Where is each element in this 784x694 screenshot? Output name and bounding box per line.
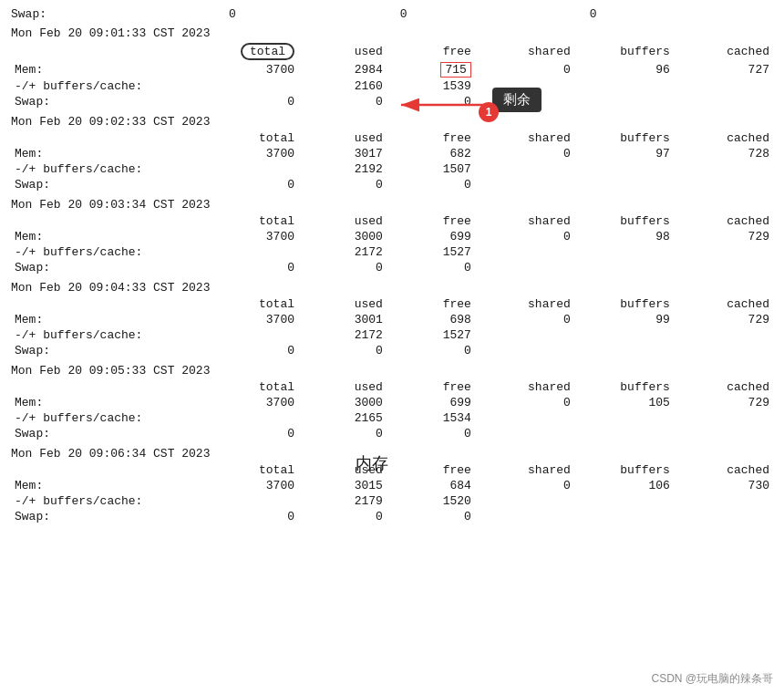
bufcache-used-5: 2165 [298, 410, 387, 426]
mem-free-3: 699 [387, 229, 475, 244]
header-free-6: free [387, 462, 475, 478]
header-shared-5: shared [475, 379, 574, 395]
header-buffers-4: buffers [574, 296, 674, 312]
header-buffers-2: buffers [574, 130, 674, 146]
mem-total-6: 3700 [188, 478, 298, 493]
header-total-6: total [188, 462, 298, 478]
header-cached-1: cached [674, 42, 773, 61]
mem-used-5: 3000 [298, 395, 387, 410]
swap-used-2: 0 [298, 177, 387, 192]
swap-total-4: 0 [188, 343, 298, 358]
bufcache-label-2: -/+ buffers/cache: [11, 161, 188, 177]
bufcache-used-1: 2160 [298, 78, 387, 94]
swap-row-6: Swap: 0 0 0 [11, 509, 773, 524]
mem-cached-6: 730 [674, 478, 773, 493]
table-5: total used free shared buffers cached Me… [11, 379, 773, 441]
swap-free-4: 0 [387, 343, 475, 358]
mem-row-3: Mem: 3700 3000 699 0 98 729 [11, 229, 773, 244]
swap-row-5: Swap: 0 0 0 [11, 426, 773, 441]
header-free-3: free [387, 213, 475, 229]
mem-free-1: 715 [387, 61, 475, 78]
swap-total-5: 0 [188, 426, 298, 441]
header-buffers-6: buffers [574, 462, 674, 478]
mem-cached-5: 729 [674, 395, 773, 410]
section-4: Mon Feb 20 09:04:33 CST 2023 total used … [11, 281, 773, 358]
swap-used-5: 0 [298, 426, 387, 441]
mem-total-1: 3700 [188, 61, 298, 78]
swap-label-3: Swap: [11, 260, 188, 275]
swap-label-6: Swap: [11, 509, 188, 524]
swap-label-4: Swap: [11, 343, 188, 358]
mem-label-6: Mem: [11, 478, 188, 493]
timestamp-6: Mon Feb 20 09:06:34 CST 2023 [11, 447, 773, 461]
table-1: total used free shared buffers cached Me… [11, 42, 773, 109]
total-circled: total [241, 43, 294, 60]
section-6: Mon Feb 20 09:06:34 CST 2023 total used … [11, 447, 773, 524]
header-buffers-5: buffers [574, 379, 674, 395]
bufcache-label-4: -/+ buffers/cache: [11, 327, 188, 343]
header-total-1: total [188, 42, 298, 61]
header-free-2: free [387, 130, 475, 146]
mem-buffers-2: 97 [574, 146, 674, 161]
header-buffers-3: buffers [574, 213, 674, 229]
mem-buffers-6: 106 [574, 478, 674, 493]
timestamp-1: Mon Feb 20 09:01:33 CST 2023 [11, 26, 773, 40]
swap-row-1: Swap: 0 0 0 [11, 94, 773, 109]
mem-row-4: Mem: 3700 3001 698 0 99 729 [11, 312, 773, 327]
mem-shared-6: 0 [475, 478, 574, 493]
header-free-1: free [387, 42, 475, 61]
mem-label-1: Mem: [11, 61, 188, 78]
timestamp-2: Mon Feb 20 09:02:33 CST 2023 [11, 115, 773, 129]
header-cached-5: cached [674, 379, 773, 395]
mem-free-2: 682 [387, 146, 475, 161]
mem-shared-2: 0 [475, 146, 574, 161]
header-cached-6: cached [674, 462, 773, 478]
swap-total-2: 0 [188, 177, 298, 192]
header-total-2: total [188, 130, 298, 146]
header-row-2: total used free shared buffers cached [11, 130, 773, 146]
header-cached-3: cached [674, 213, 773, 229]
header-row-5: total used free shared buffers cached [11, 379, 773, 395]
bufcache-label-6: -/+ buffers/cache: [11, 493, 188, 509]
bufcache-used-3: 2172 [298, 244, 387, 260]
header-used-5: used [298, 379, 387, 395]
swap-top-section: Swap: 0 0 0 [11, 7, 773, 21]
header-total-4: total [188, 296, 298, 312]
bufcache-row-6: -/+ buffers/cache: 2179 1520 [11, 493, 773, 509]
header-free-5: free [387, 379, 475, 395]
header-row-3: total used free shared buffers cached [11, 213, 773, 229]
table-2: total used free shared buffers cached Me… [11, 130, 773, 192]
swap-label: Swap: [11, 7, 46, 21]
timestamp-4: Mon Feb 20 09:04:33 CST 2023 [11, 281, 773, 295]
watermark: CSDN @玩电脑的辣条哥 [651, 671, 773, 687]
main-content: Swap: 0 0 0 Mon Feb 20 09:01:33 CST 2023… [0, 0, 784, 535]
bufcache-row-5: -/+ buffers/cache: 2165 1534 [11, 410, 773, 426]
section-5: Mon Feb 20 09:05:33 CST 2023 total used … [11, 364, 773, 441]
header-used-2: used [298, 130, 387, 146]
mem-label-2: Mem: [11, 146, 188, 161]
bufcache-label-3: -/+ buffers/cache: [11, 244, 188, 260]
swap-free-3: 0 [387, 260, 475, 275]
mem-label-4: Mem: [11, 312, 188, 327]
header-used-3: used [298, 213, 387, 229]
mem-shared-3: 0 [475, 229, 574, 244]
mem-total-2: 3700 [188, 146, 298, 161]
header-shared-1: shared [475, 42, 574, 61]
swap-used-1: 0 [298, 94, 387, 109]
timestamp-5: Mon Feb 20 09:05:33 CST 2023 [11, 364, 773, 378]
timestamp-3: Mon Feb 20 09:03:34 CST 2023 [11, 198, 773, 212]
table-4: total used free shared buffers cached Me… [11, 296, 773, 358]
mem-used-4: 3001 [298, 312, 387, 327]
bufcache-row-2: -/+ buffers/cache: 2192 1507 [11, 161, 773, 177]
swap-free-6: 0 [387, 509, 475, 524]
free-boxed-value: 715 [440, 62, 470, 78]
table-6: total used free shared buffers cached Me… [11, 462, 773, 524]
swap-free-1: 0 [387, 94, 475, 109]
bufcache-label-1: -/+ buffers/cache: [11, 78, 188, 94]
mem-cached-1: 727 [674, 61, 773, 78]
header-used-1: used [298, 42, 387, 61]
bufcache-used-2: 2192 [298, 161, 387, 177]
mem-row-5: Mem: 3700 3000 699 0 105 729 [11, 395, 773, 410]
header-free-4: free [387, 296, 475, 312]
swap-free-5: 0 [387, 426, 475, 441]
